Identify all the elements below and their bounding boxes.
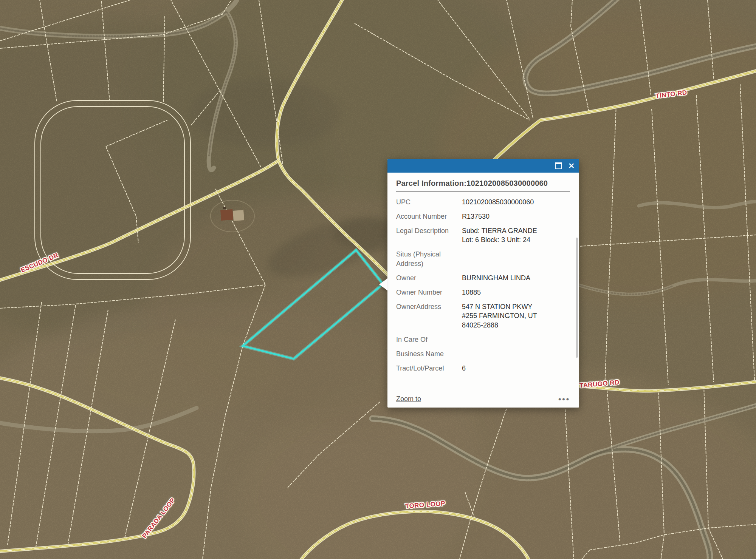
popup-body: Parcel Information:1021020085030000060 U… [387,173,579,408]
field-value [462,335,570,344]
aerial-imagery-layer [0,0,756,559]
field-label: Tract/Lot/Parcel [396,364,457,373]
field-value [462,349,570,359]
field-label: Owner Number [396,288,457,297]
field-value: 10885 [462,288,570,297]
zoom-to-link[interactable]: Zoom to [396,395,421,403]
maximize-icon[interactable] [555,162,562,169]
close-icon[interactable]: ✕ [568,162,575,170]
field-label: Business Name [396,349,457,359]
field-row: Account NumberR137530 [396,212,570,221]
popup-pointer-beak [379,278,387,290]
field-label: In Care Of [396,335,457,344]
field-value: 1021020085030000060 [462,198,570,207]
field-row: Legal DescriptionSubd: TIERRA GRANDE Lot… [396,226,570,245]
field-value: Subd: TIERRA GRANDE Lot: 6 Block: 3 Unit… [462,226,570,245]
field-value [462,250,570,269]
field-row: In Care Of [396,335,570,344]
more-options-ellipsis-icon[interactable]: ••• [558,397,570,401]
field-row: Owner Number10885 [396,288,570,297]
map-canvas[interactable]: TINTO RDESCUDO DRTARUGO RDTORO LOOPPARAD… [0,0,756,559]
popup-header: ✕ [387,159,579,173]
field-value: BURNINGHAM LINDA [462,273,570,283]
field-label: OwnerAddress [396,302,457,330]
field-row: UPC1021020085030000060 [396,198,570,207]
parcel-info-popup: ✕ Parcel Information:1021020085030000060… [387,159,579,408]
field-row: Business Name [396,349,570,359]
field-value: 6 [462,364,570,373]
popup-scrollbar[interactable] [576,238,578,358]
field-row: Situs (Physical Address) [396,250,570,269]
field-label: Situs (Physical Address) [396,250,457,269]
field-label: Owner [396,273,457,283]
field-row: Tract/Lot/Parcel6 [396,364,570,373]
field-label: Account Number [396,212,457,221]
popup-footer: Zoom to ••• [396,395,570,403]
field-label: UPC [396,198,457,207]
popup-title-divider [396,191,570,192]
field-value: R137530 [462,212,570,221]
field-label: Legal Description [396,226,457,245]
field-row: OwnerBURNINGHAM LINDA [396,273,570,283]
field-value: 547 N STATION PKWY #255 FARMINGTON, UT 8… [462,302,570,330]
popup-title: Parcel Information:1021020085030000060 [387,173,579,191]
field-row: OwnerAddress547 N STATION PKWY #255 FARM… [396,302,570,330]
parcel-fields: UPC1021020085030000060Account NumberR137… [387,198,579,373]
